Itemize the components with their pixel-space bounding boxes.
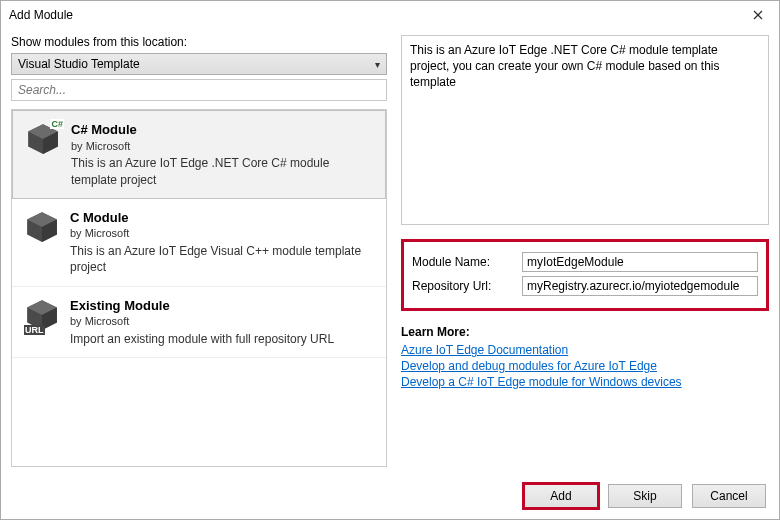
location-value: Visual Studio Template [18, 57, 140, 71]
module-title: C Module [70, 209, 374, 227]
module-title: Existing Module [70, 297, 334, 315]
module-name-input[interactable] [522, 252, 758, 272]
module-by: by Microsoft [70, 226, 374, 241]
cube-icon [24, 209, 60, 245]
module-title: C# Module [71, 121, 373, 139]
module-desc: This is an Azure IoT Edge Visual C++ mod… [70, 243, 374, 275]
dialog-footer: Add Skip Cancel [0, 472, 780, 520]
skip-button[interactable]: Skip [608, 484, 682, 508]
badge: URL [24, 325, 45, 335]
module-desc: Import an existing module with full repo… [70, 331, 334, 347]
module-properties: Module Name: Repository Url: [401, 239, 769, 311]
description-box: This is an Azure IoT Edge .NET Core C# m… [401, 35, 769, 225]
module-list: C# C# Module by Microsoft This is an Azu… [11, 109, 387, 467]
module-by: by Microsoft [71, 139, 373, 154]
cancel-button[interactable]: Cancel [692, 484, 766, 508]
location-label: Show modules from this location: [11, 35, 387, 49]
learn-more: Learn More: Azure IoT Edge Documentation… [401, 325, 769, 391]
module-name-label: Module Name: [412, 255, 510, 269]
link-develop-csharp-windows[interactable]: Develop a C# IoT Edge module for Windows… [401, 375, 682, 389]
link-iot-docs[interactable]: Azure IoT Edge Documentation [401, 343, 568, 357]
repo-url-input[interactable] [522, 276, 758, 296]
module-item-csharp[interactable]: C# C# Module by Microsoft This is an Azu… [12, 110, 386, 199]
cube-icon: URL [24, 297, 60, 333]
add-button[interactable]: Add [524, 484, 598, 508]
module-item-c[interactable]: C Module by Microsoft This is an Azure I… [12, 199, 386, 287]
close-button[interactable] [737, 1, 779, 29]
cube-icon: C# [25, 121, 61, 157]
learn-more-title: Learn More: [401, 325, 769, 339]
window-title: Add Module [9, 8, 73, 22]
close-icon [753, 7, 763, 23]
titlebar: Add Module [1, 1, 779, 29]
search-input[interactable] [11, 79, 387, 101]
chevron-down-icon: ▾ [375, 59, 380, 70]
location-dropdown[interactable]: Visual Studio Template ▾ [11, 53, 387, 75]
repo-url-label: Repository Url: [412, 279, 510, 293]
link-develop-debug[interactable]: Develop and debug modules for Azure IoT … [401, 359, 657, 373]
module-by: by Microsoft [70, 314, 334, 329]
module-item-existing[interactable]: URL Existing Module by Microsoft Import … [12, 287, 386, 359]
module-desc: This is an Azure IoT Edge .NET Core C# m… [71, 155, 373, 187]
badge: C# [50, 119, 64, 129]
